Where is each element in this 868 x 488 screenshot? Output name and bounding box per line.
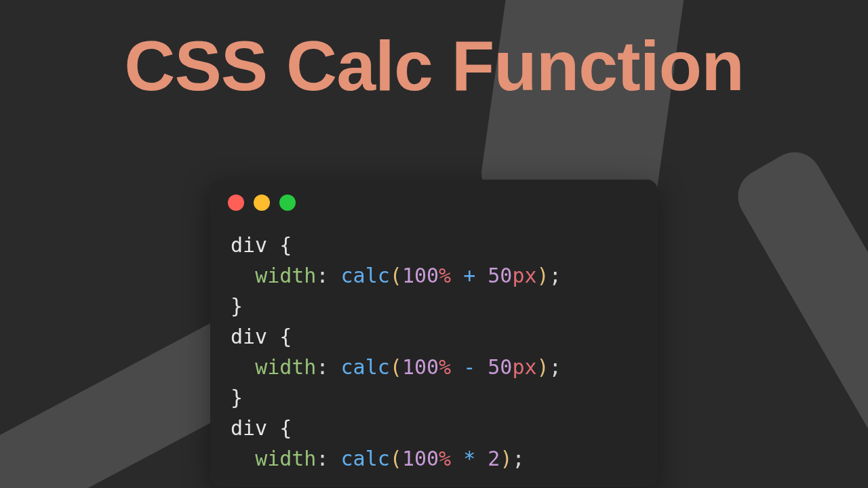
code-token: calc	[341, 264, 390, 287]
close-dot-icon	[228, 195, 244, 211]
code-token: -	[463, 355, 475, 379]
code-token: calc	[341, 355, 390, 379]
code-token: px	[512, 264, 536, 287]
decorative-bar-shape-2	[728, 142, 868, 488]
code-token: 100	[402, 447, 439, 470]
code-token: 50	[488, 264, 512, 287]
code-token: px	[512, 355, 536, 379]
code-token: %	[439, 264, 451, 287]
page-title: CSS Calc Function	[0, 26, 868, 106]
code-token: }	[231, 294, 243, 318]
code-token: width	[255, 447, 316, 470]
code-token: 100	[402, 355, 439, 379]
minimize-dot-icon	[254, 195, 270, 211]
code-block: div { width: calc(100% + 50px); } div { …	[210, 218, 658, 474]
code-token: +	[463, 264, 475, 287]
code-token: 2	[488, 447, 500, 470]
code-token: }	[231, 386, 243, 409]
code-token: div {	[231, 416, 292, 440]
code-token: div {	[231, 325, 292, 348]
code-token: width	[255, 355, 316, 379]
code-editor-window: div { width: calc(100% + 50px); } div { …	[210, 180, 658, 487]
code-token: 50	[488, 355, 512, 379]
maximize-dot-icon	[279, 195, 296, 211]
code-token: 100	[402, 264, 439, 287]
code-token: %	[439, 355, 451, 379]
code-token: width	[255, 264, 316, 287]
code-token: %	[439, 447, 451, 470]
window-traffic-lights	[210, 180, 658, 218]
code-token: div {	[231, 233, 292, 257]
code-token: calc	[341, 447, 390, 470]
code-token: *	[463, 447, 475, 470]
